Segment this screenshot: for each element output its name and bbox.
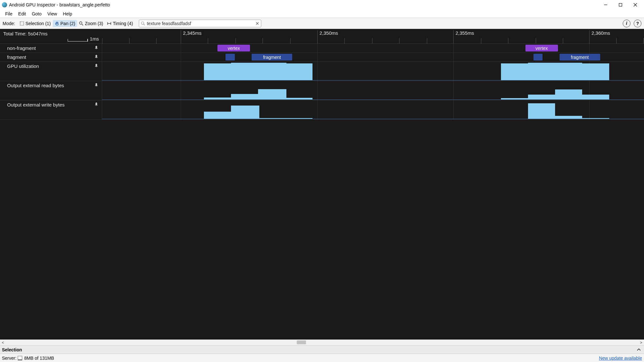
search-input[interactable]	[139, 20, 261, 27]
counter-step[interactable]	[555, 89, 582, 99]
lane-gridline	[181, 62, 181, 81]
counter-step[interactable]	[528, 103, 555, 119]
track-name: Output external read bytes	[0, 81, 102, 100]
track-name: GPU utilization	[0, 62, 102, 81]
counter-step[interactable]	[582, 63, 609, 80]
timeline-span[interactable]	[533, 54, 543, 60]
mode-selection-button[interactable]: Selection (1)	[18, 20, 53, 27]
scroll-track[interactable]	[6, 340, 638, 345]
svg-rect-1	[619, 4, 622, 6]
counter-baseline	[102, 80, 644, 80]
update-available-link[interactable]: New update available	[599, 356, 642, 361]
counter-step[interactable]	[555, 116, 582, 119]
menu-edit[interactable]: Edit	[16, 11, 29, 17]
timeline-scrollbar[interactable]: < >	[0, 339, 644, 345]
counter-step[interactable]	[528, 63, 555, 80]
counter-step[interactable]	[501, 63, 528, 80]
counter-step[interactable]	[231, 94, 258, 99]
counter-step[interactable]	[231, 106, 259, 119]
info-button[interactable]: i	[623, 20, 630, 27]
timeline-span[interactable]: vertex	[525, 45, 558, 51]
ruler-minor-tick	[399, 38, 399, 43]
timeline-span[interactable]: fragment	[252, 54, 292, 60]
ruler-minor-tick	[427, 38, 427, 43]
pin-icon[interactable]	[94, 45, 99, 50]
counter-step[interactable]	[231, 63, 258, 80]
counter-step[interactable]	[258, 63, 286, 80]
selection-panel-collapse-button[interactable]	[636, 347, 642, 353]
menu-view[interactable]: View	[45, 11, 60, 17]
counter-step[interactable]	[204, 97, 231, 99]
pin-icon[interactable]	[94, 54, 99, 59]
memory-text: 8MB of 131MB	[24, 356, 54, 361]
mode-zoom-button[interactable]: Zoom (3)	[77, 20, 105, 27]
pin-icon[interactable]	[94, 83, 99, 87]
ruler-minor-tick	[453, 38, 454, 43]
window-close-button[interactable]	[628, 0, 643, 10]
lane-gridline	[181, 100, 181, 119]
search-clear-button[interactable]: ✕	[255, 21, 260, 26]
ruler-minor-tick	[290, 38, 291, 43]
scroll-right-button[interactable]: >	[638, 340, 644, 345]
track-row: Output external write bytes	[0, 100, 644, 120]
lane-gridline	[181, 81, 181, 100]
timeline-span[interactable]: vertex	[217, 45, 250, 51]
ruler-minor-tick	[317, 38, 318, 43]
window-title: Android GPU Inspector - brawlstars_angle…	[9, 2, 110, 7]
track-row: GPU utilization	[0, 62, 644, 81]
timeline-span[interactable]: fragment	[560, 54, 600, 60]
memory-gauge-icon	[18, 356, 22, 360]
pin-icon[interactable]	[94, 63, 99, 68]
window-minimize-button[interactable]	[598, 0, 613, 10]
counter-step[interactable]	[501, 98, 528, 99]
time-scale: 1ms	[68, 36, 99, 42]
toolbar: Mode: Selection (1)Pan (2)Zoom (3)Timing…	[0, 18, 644, 29]
scroll-left-button[interactable]: <	[0, 340, 6, 345]
counter-step[interactable]	[582, 118, 609, 119]
counter-step[interactable]	[204, 112, 231, 119]
mode-pan-button[interactable]: Pan (2)	[53, 20, 77, 27]
scroll-thumb[interactable]	[297, 340, 306, 344]
timeline-header: Total Time: 5s047ms 1ms 2,345ms2,350ms2,…	[0, 29, 644, 44]
ruler-tick-label: 2,345ms	[181, 30, 202, 43]
window-maximize-button[interactable]	[613, 0, 628, 10]
counter-step[interactable]	[582, 95, 609, 99]
counter-step[interactable]	[285, 118, 312, 119]
counter-step[interactable]	[258, 89, 286, 99]
help-button[interactable]: ?	[634, 20, 641, 27]
counter-step[interactable]	[286, 98, 312, 99]
lane-gridline	[453, 44, 454, 52]
menu-help[interactable]: Help	[60, 11, 75, 17]
lane-gridline	[317, 44, 318, 52]
track-row: non-fragmentvertexvertex	[0, 44, 644, 53]
ruler-minor-tick	[235, 38, 236, 43]
menu-file[interactable]: File	[3, 11, 15, 17]
ruler-minor-tick	[102, 38, 102, 43]
timeline-span[interactable]	[226, 54, 235, 60]
track-name: fragment	[0, 53, 102, 61]
track-lane[interactable]	[102, 62, 644, 81]
mode-timing-icon	[107, 21, 111, 26]
track-lane[interactable]	[102, 100, 644, 119]
ruler-tick-label: 2,355ms	[453, 30, 474, 43]
ruler-minor-tick	[181, 38, 181, 43]
counter-step[interactable]	[528, 95, 555, 99]
timeline-ruler[interactable]: 2,345ms2,350ms2,355ms2,360ms	[102, 29, 644, 43]
counter-step[interactable]	[204, 63, 231, 80]
track-row: Output external read bytes	[0, 81, 644, 100]
track-lane[interactable]	[102, 81, 644, 100]
menu-goto[interactable]: Goto	[29, 11, 44, 17]
mode-timing-button[interactable]: Timing (4)	[105, 20, 135, 27]
timeline[interactable]: Total Time: 5s047ms 1ms 2,345ms2,350ms2,…	[0, 29, 644, 120]
track-lane[interactable]: vertexvertex	[102, 44, 644, 52]
pin-icon[interactable]	[94, 102, 99, 107]
lane-gridline	[317, 81, 318, 100]
counter-step[interactable]	[555, 63, 582, 80]
ruler-minor-tick	[263, 38, 263, 43]
counter-step[interactable]	[259, 118, 285, 119]
track-lane[interactable]: fragmentfragment	[102, 53, 644, 61]
counter-step[interactable]	[286, 63, 312, 80]
selection-panel-header[interactable]: Selection	[0, 345, 644, 354]
titlebar: Android GPU Inspector - brawlstars_angle…	[0, 0, 644, 10]
counter-baseline	[102, 99, 644, 100]
